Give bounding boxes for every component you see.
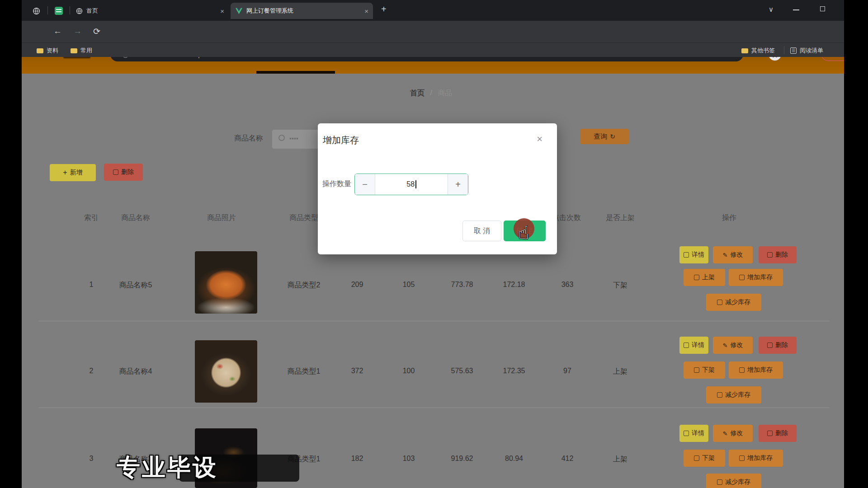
- row-delete-button[interactable]: 删除: [759, 246, 797, 263]
- quantity-value: 58: [406, 180, 415, 188]
- stepper-plus-button[interactable]: +: [448, 174, 468, 195]
- cell-c5: 209: [351, 281, 363, 289]
- pinned-tab-1[interactable]: [26, 3, 46, 19]
- stepper-minus-button[interactable]: −: [355, 174, 375, 195]
- doc-icon: [684, 343, 689, 348]
- detail-button[interactable]: 详情: [679, 246, 708, 263]
- quantity-label: 操作数量: [322, 179, 351, 189]
- modal-close-icon[interactable]: ×: [537, 133, 542, 145]
- trash-icon: [767, 431, 773, 436]
- shelf-toggle-button[interactable]: 下架: [684, 450, 725, 467]
- refresh-icon[interactable]: ⟳: [93, 26, 100, 37]
- cell-status: 上架: [613, 455, 627, 464]
- stock-icon: [739, 275, 745, 280]
- window-restore-button[interactable]: [820, 6, 825, 11]
- tab-app-active[interactable]: 网上订餐管理系统 ×: [231, 3, 373, 19]
- cell-clicks: 97: [563, 367, 571, 375]
- tab-close-icon[interactable]: ×: [364, 7, 368, 15]
- delete-button[interactable]: 删除: [104, 164, 143, 181]
- tab-app-title: 网上订餐管理系统: [246, 7, 293, 15]
- header-type: 商品类型: [289, 213, 318, 223]
- search-icon: [278, 135, 285, 141]
- browser-toolbar: ← → ⟳ i localhost:8081/#/caipin ☆ 无痕模式 更…: [22, 21, 844, 42]
- folder-icon: [741, 48, 748, 53]
- bookmark-label: 资料: [47, 47, 58, 55]
- query-button[interactable]: 查询 ↻: [580, 129, 629, 144]
- breadcrumb-home[interactable]: 首页: [410, 89, 425, 97]
- product-image[interactable]: [195, 340, 257, 403]
- refresh-icon: ↻: [610, 133, 615, 140]
- row-delete-button[interactable]: 删除: [759, 425, 797, 442]
- add-button[interactable]: + 新增: [50, 164, 96, 181]
- window-minimize-button[interactable]: [793, 9, 799, 10]
- cancel-button[interactable]: 取 消: [462, 221, 501, 241]
- shelf-icon: [694, 455, 699, 461]
- forward-icon[interactable]: →: [73, 26, 82, 36]
- tab-home[interactable]: 首页 ×: [71, 3, 229, 19]
- reading-list-label: 阅读清单: [800, 47, 823, 55]
- header-ops: 操作: [722, 213, 736, 223]
- edit-button[interactable]: ✎修改: [713, 246, 753, 263]
- modal-title: 增加库存: [323, 134, 359, 146]
- cell-type: 商品类型1: [288, 367, 321, 376]
- cell-c8: 172.35: [503, 367, 525, 375]
- tab-close-icon[interactable]: ×: [220, 7, 224, 15]
- cell-index: 1: [90, 281, 94, 289]
- doc-icon: [684, 431, 689, 436]
- cell-name: 商品名称4: [119, 367, 152, 376]
- edit-button[interactable]: ✎修改: [713, 337, 753, 354]
- stock-icon: [717, 479, 722, 485]
- globe-icon: [33, 7, 40, 15]
- decrease-stock-button[interactable]: 减少库存: [706, 294, 761, 311]
- bookmark-folder-1[interactable]: 资料: [37, 47, 58, 55]
- breadcrumb: 首页 / 商品: [410, 89, 452, 98]
- row-delete-button[interactable]: 删除: [759, 337, 797, 354]
- tab-divider: [70, 6, 70, 14]
- globe-favicon: [76, 8, 83, 14]
- breadcrumb-separator: /: [430, 89, 432, 97]
- stock-icon: [739, 367, 745, 373]
- browser-tab-bar: 首页 × 网上订餐管理系统 × + ∨ ×: [22, 0, 844, 21]
- search-placeholder: ▪▪▪▪: [289, 135, 298, 142]
- edit-button[interactable]: ✎修改: [713, 425, 753, 442]
- shelf-toggle-button[interactable]: 下架: [684, 361, 725, 379]
- cell-c8: 80.94: [505, 455, 523, 463]
- back-icon[interactable]: ←: [53, 26, 62, 36]
- new-tab-button[interactable]: +: [381, 4, 387, 14]
- row-divider: [38, 408, 830, 408]
- folder-icon: [37, 48, 43, 53]
- hand-cursor-icon: ☝: [518, 222, 529, 243]
- detail-button[interactable]: 详情: [679, 425, 708, 442]
- pen-icon: ✎: [723, 342, 728, 349]
- decrease-stock-button[interactable]: 减少库存: [706, 474, 761, 488]
- increase-stock-button[interactable]: 增加库存: [729, 269, 783, 286]
- header-name: 商品名称: [121, 213, 150, 223]
- cell-c7: 773.78: [451, 281, 473, 289]
- cell-c8: 172.18: [503, 281, 525, 289]
- right-black-bar: [844, 0, 868, 488]
- tab-search-chevron-icon[interactable]: ∨: [769, 5, 774, 14]
- cell-clicks: 412: [561, 455, 574, 463]
- detail-button[interactable]: 详情: [679, 337, 708, 354]
- stock-icon: [739, 455, 745, 461]
- quantity-input[interactable]: 58: [375, 174, 448, 195]
- pinned-tab-2[interactable]: [49, 3, 69, 19]
- reading-list[interactable]: ☰ 阅读清单: [790, 47, 823, 55]
- product-image[interactable]: [195, 251, 257, 314]
- trash-icon: [113, 169, 118, 175]
- pen-icon: ✎: [723, 252, 728, 258]
- cell-type: 商品类型2: [288, 281, 321, 290]
- cell-index: 3: [90, 455, 94, 463]
- cell-status: 上架: [613, 367, 627, 376]
- screenshot-stage: 首页 × 网上订餐管理系统 × + ∨ × ← → ⟳ i localhost:…: [0, 0, 868, 488]
- cell-c7: 575.63: [451, 367, 473, 375]
- other-bookmarks[interactable]: 其他书签: [741, 47, 775, 55]
- add-label: 新增: [70, 169, 83, 177]
- increase-stock-button[interactable]: 增加库存: [729, 361, 783, 379]
- decrease-stock-button[interactable]: 减少库存: [706, 386, 761, 404]
- trash-icon: [767, 252, 773, 258]
- cell-c7: 919.62: [451, 455, 473, 463]
- shelf-toggle-button[interactable]: 上架: [684, 269, 725, 286]
- increase-stock-button[interactable]: 增加库存: [729, 450, 783, 467]
- bookmark-folder-2[interactable]: 常用: [71, 47, 92, 55]
